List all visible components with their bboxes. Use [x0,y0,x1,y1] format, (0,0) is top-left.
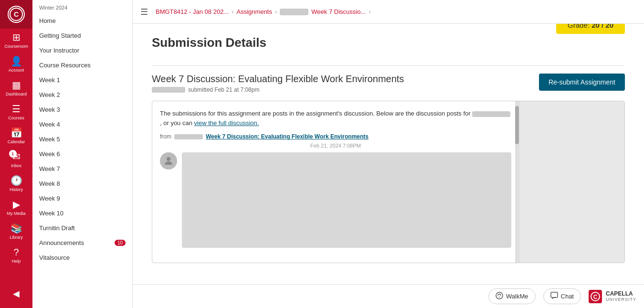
calendar-label: Calendar [8,139,25,144]
sidebar-item-week4[interactable]: Week 4 [32,117,132,132]
nav-item-calendar[interactable]: 📅 Calendar [0,124,32,148]
library-icon: 📚 [11,223,22,233]
assignment-meta: submitted Feb 21 at 7:08pm [152,86,404,93]
from-label: from [160,133,171,140]
sidebar-item-week1[interactable]: Week 1 [32,73,132,87]
view-full-discussion-link[interactable]: view the full discussion. [194,119,259,127]
chat-label: Chat [561,293,574,300]
sidebar-item-label: Week 2 [39,91,60,98]
sidebar-season: Winter 2024 [32,0,132,13]
courses-label: Courses [8,116,24,120]
history-icon: 🕐 [11,176,22,185]
inbox-icon: ✉ 1 [12,152,21,161]
breadcrumb-course[interactable]: BMGT8412 - Jan 08 202... [156,8,229,15]
sidebar-item-course-resources[interactable]: Course Resources [32,58,132,73]
sidebar-item-week7[interactable]: Week 7 [32,161,132,176]
avatar [160,152,177,170]
courseroom-label: Courseroom [4,44,28,49]
sidebar-item-home[interactable]: Home [32,13,132,28]
chat-icon [550,292,558,301]
breadcrumb-assignments[interactable]: Assignments [237,8,272,15]
discussion-right-panel [519,101,624,263]
nav-item-courseroom[interactable]: ⊞ Courseroom [0,29,32,53]
breadcrumb-sep2: › [275,8,277,15]
breadcrumb-sep1: › [232,8,233,15]
logo-icon: C [8,6,25,23]
nav-item-library[interactable]: 📚 Library [0,220,32,244]
sidebar-item-label: Week 10 [39,210,63,217]
sidebar-item-label: Week 3 [39,106,60,113]
sidebar-item-label: Week 7 [39,165,60,172]
assignment-header: Week 7 Discussion: Evaluating Flexible W… [152,74,625,93]
history-label: History [10,187,23,192]
course-sidebar: Winter 2024 Home Getting Started Your In… [32,0,133,308]
nav-item-history[interactable]: 🕐 History [0,172,32,196]
nav-item-dashboard[interactable]: ▦ Dashboard [0,76,32,100]
courseroom-logo[interactable]: C [0,0,32,29]
submitted-text: submitted Feb 21 at 7:08pm [188,86,259,93]
post-content-blurred [182,152,511,248]
page-title: Submission Details [152,35,266,50]
assignment-title: Week 7 Discussion: Evaluating Flexible W… [152,74,404,85]
courses-icon: ☰ [12,104,21,114]
svg-text:C: C [593,294,598,300]
sidebar-item-vitalsource[interactable]: Vitalsource [32,250,132,265]
scroll-thumb [515,106,519,144]
capella-sub: UNIVERSITY [606,297,636,302]
nav-item-my-media[interactable]: ▶ My Media [0,196,32,220]
sidebar-item-week6[interactable]: Week 6 [32,147,132,161]
svg-point-2 [167,157,170,161]
main-area: ☰ BMGT8412 - Jan 08 202... › Assignments… [133,0,644,308]
sidebar-item-week3[interactable]: Week 3 [32,102,132,117]
sidebar-item-week2[interactable]: Week 2 [32,87,132,102]
sidebar-item-your-instructor[interactable]: Your Instructor [32,43,132,58]
collapse-nav-button[interactable]: ◀ [0,284,32,303]
top-bar: ☰ BMGT8412 - Jan 08 202... › Assignments… [133,0,644,24]
dashboard-icon: ▦ [12,80,21,90]
capella-text: CAPELLA UNIVERSITY [606,290,636,302]
grade-box: Grade: 20 / 20 [556,24,625,34]
library-label: Library [10,235,23,240]
sidebar-item-week8[interactable]: Week 8 [32,176,132,191]
walkme-button[interactable]: WalkMe [488,288,535,304]
sidebar-item-week10[interactable]: Week 10 [32,206,132,221]
inbox-badge: 1 [9,150,17,158]
sidebar-item-announcements[interactable]: Announcements 10 [32,235,132,250]
from-line: from Week 7 Discussion: Evaluating Flexi… [160,133,511,140]
discussion-container: The submissions for this assignment are … [152,101,625,263]
capella-logo: C CAPELLA UNIVERSITY [589,290,636,303]
nav-item-account[interactable]: 👤 Account [0,53,32,76]
sidebar-item-turnitin-draft[interactable]: Turnitin Draft [32,221,132,235]
breadcrumb-sep3: › [369,8,370,15]
chat-button[interactable]: Chat [543,288,581,304]
help-icon: ? [13,247,19,257]
courseroom-icon: ⊞ [12,32,21,42]
hamburger-menu-button[interactable]: ☰ [140,7,148,17]
nav-item-inbox[interactable]: ✉ 1 Inbox [0,148,32,172]
sidebar-item-label: Vitalsource [39,254,70,261]
sidebar-item-label: Week 6 [39,150,60,158]
sidebar-item-week5[interactable]: Week 5 [32,132,132,147]
discussion-left-panel: The submissions for this assignment are … [152,101,519,263]
resubmit-button[interactable]: Re-submit Assignment [539,74,625,91]
calendar-icon: 📅 [11,128,22,138]
sidebar-item-label: Week 9 [39,195,60,202]
sidebar-item-week9[interactable]: Week 9 [32,191,132,206]
capella-logo-icon: C [589,290,602,303]
help-label: Help [12,259,21,264]
sidebar-item-getting-started[interactable]: Getting Started [32,28,132,43]
grade-value: 20 / 20 [591,24,613,29]
left-navigation: C ⊞ Courseroom 👤 Account ▦ Dashboard ☰ C… [0,0,32,308]
nav-item-help[interactable]: ? Help [0,244,32,267]
svg-text:C: C [14,11,19,18]
assignment-title-section: Week 7 Discussion: Evaluating Flexible W… [152,74,404,93]
discussion-scrollbar[interactable] [515,101,519,263]
nav-item-courses[interactable]: ☰ Courses [0,100,32,124]
dashboard-label: Dashboard [6,92,27,96]
sidebar-item-label: Your Instructor [39,47,79,54]
breadcrumb-discussion[interactable]: Week 7 Discussio... [311,8,366,15]
svg-rect-5 [551,292,558,297]
sidebar-item-label: Getting Started [39,32,81,39]
post-title-link[interactable]: Week 7 Discussion: Evaluating Flexible W… [206,133,369,140]
sidebar-item-label: Week 5 [39,136,60,143]
